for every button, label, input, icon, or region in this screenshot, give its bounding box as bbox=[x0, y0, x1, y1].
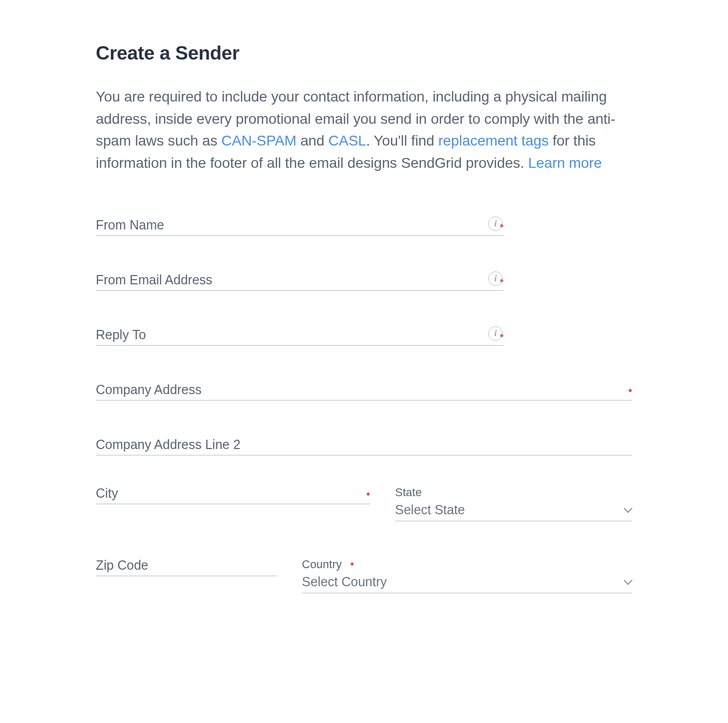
field-zip: Zip Code bbox=[96, 558, 277, 594]
from-email-label: From Email Address bbox=[96, 272, 494, 288]
chevron-down-icon bbox=[625, 507, 632, 514]
create-sender-form: From Name • From Email Address • Reply T… bbox=[96, 218, 632, 594]
state-select[interactable]: Select State bbox=[395, 502, 632, 522]
field-state: State Select State bbox=[395, 486, 632, 522]
reply-to-label: Reply To bbox=[96, 327, 494, 343]
desc-part3: . You'll find bbox=[366, 133, 438, 149]
info-icon[interactable] bbox=[488, 326, 503, 341]
info-icon[interactable] bbox=[488, 216, 503, 231]
field-city: City • bbox=[96, 486, 370, 522]
description-text: You are required to include your contact… bbox=[96, 86, 632, 174]
city-label: City bbox=[96, 486, 361, 501]
required-indicator: • bbox=[366, 487, 370, 501]
link-can-spam[interactable]: CAN-SPAM bbox=[222, 133, 297, 149]
desc-part2: and bbox=[296, 133, 328, 149]
required-indicator: • bbox=[628, 384, 632, 397]
page-title: Create a Sender bbox=[96, 42, 632, 64]
state-select-value: Select State bbox=[395, 502, 625, 517]
from-name-label: From Name bbox=[96, 218, 494, 233]
field-from-email: From Email Address • bbox=[96, 272, 504, 291]
field-country: Country • Select Country bbox=[302, 558, 632, 594]
country-select-value: Select Country bbox=[302, 574, 625, 589]
field-company-address: Company Address • bbox=[96, 382, 632, 401]
info-icon[interactable] bbox=[488, 271, 503, 286]
country-select[interactable]: Select Country bbox=[302, 574, 632, 594]
company-address-label: Company Address bbox=[96, 382, 623, 398]
field-company-address-2: Company Address Line 2 bbox=[96, 437, 632, 456]
field-reply-to: Reply To • bbox=[96, 327, 504, 346]
chevron-down-icon bbox=[625, 579, 632, 586]
link-learn-more[interactable]: Learn more bbox=[528, 155, 602, 171]
company-address-2-label: Company Address Line 2 bbox=[96, 437, 632, 453]
zip-label: Zip Code bbox=[96, 558, 277, 573]
country-label: Country bbox=[302, 558, 342, 571]
field-from-name: From Name • bbox=[96, 218, 504, 236]
link-casl[interactable]: CASL bbox=[328, 133, 366, 149]
state-label: State bbox=[395, 486, 632, 499]
required-indicator: • bbox=[350, 557, 354, 570]
link-replacement-tags[interactable]: replacement tags bbox=[438, 133, 548, 149]
